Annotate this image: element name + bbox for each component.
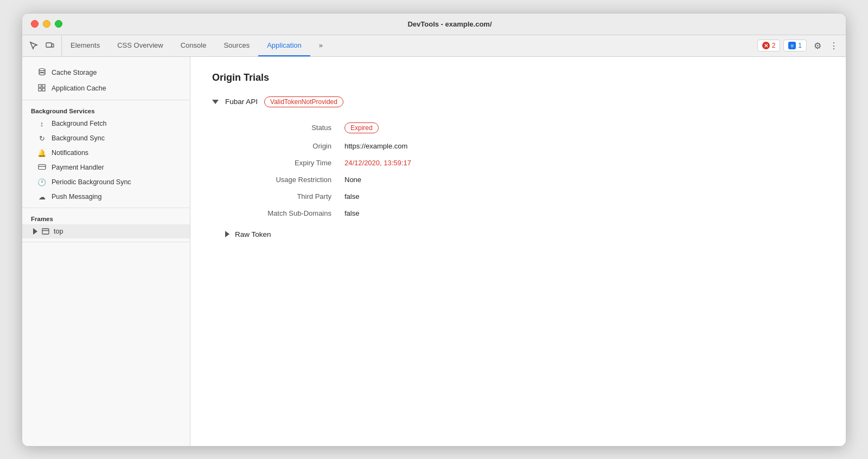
content-panel: Origin Trials Fubar API ValidTokenNotPro…: [190, 57, 846, 446]
background-services-title: Background Services: [22, 104, 190, 117]
raw-token-expand-icon[interactable]: [225, 231, 229, 237]
expiry-row: Expiry Time 24/12/2020, 13:59:17: [225, 154, 824, 171]
raw-token-label: Raw Token: [235, 230, 271, 238]
svg-rect-10: [42, 229, 49, 234]
toolbar-icons: [22, 35, 62, 56]
tab-list: Elements CSS Overview Console Sources Ap…: [62, 35, 751, 56]
origin-value: https://example.com: [344, 142, 407, 150]
third-party-value: false: [344, 192, 359, 201]
status-row: Status Expired: [225, 118, 824, 138]
info-icon: ≡: [788, 42, 796, 49]
main-area: Cache Storage Application Cache: [22, 57, 846, 446]
tab-elements[interactable]: Elements: [62, 35, 108, 56]
inspect-icon[interactable]: [27, 38, 41, 53]
bell-icon: 🔔: [37, 149, 46, 157]
expiry-label: Expiry Time: [225, 159, 344, 167]
background-fetch-label: Background Fetch: [52, 120, 106, 127]
grid-icon: [37, 84, 46, 93]
third-party-row: Third Party false: [225, 188, 824, 205]
expiry-value: 24/12/2020, 13:59:17: [344, 159, 411, 167]
usage-row: Usage Restriction None: [225, 171, 824, 188]
sidebar-item-periodic-background-sync[interactable]: 🕐 Periodic Background Sync: [22, 175, 190, 190]
svg-rect-6: [39, 88, 41, 91]
close-button[interactable]: [31, 20, 39, 28]
sidebar-item-payment-handler[interactable]: Payment Handler: [22, 160, 190, 175]
svg-point-3: [39, 73, 45, 75]
api-row: Fubar API ValidTokenNotProvided: [212, 96, 824, 107]
card-icon: [37, 164, 46, 172]
clock-icon: 🕐: [37, 178, 46, 186]
usage-label: Usage Restriction: [225, 176, 344, 184]
svg-rect-4: [39, 85, 41, 87]
tab-sources[interactable]: Sources: [215, 35, 258, 56]
error-badge-button[interactable]: ✕ 2: [757, 40, 781, 51]
svg-rect-7: [42, 88, 45, 91]
device-toggle-icon[interactable]: [43, 38, 57, 53]
sidebar-item-push-messaging[interactable]: ☁ Push Messaging: [22, 190, 190, 204]
frames-title: Frames: [22, 211, 190, 224]
page-title: Origin Trials: [212, 72, 824, 83]
sidebar-item-background-sync[interactable]: ↻ Background Sync: [22, 131, 190, 146]
devtools-window: DevTools - example.com/ Elements CSS Ove…: [22, 13, 846, 447]
window-title: DevTools - example.com/: [62, 20, 837, 28]
more-tabs-button[interactable]: »: [310, 35, 331, 56]
details-table: Status Expired Origin https://example.co…: [225, 118, 824, 222]
cloud-icon: ☁: [37, 193, 46, 201]
status-value: Expired: [344, 122, 379, 133]
match-subdomains-row: Match Sub-Domains false: [225, 205, 824, 222]
svg-rect-5: [42, 85, 45, 87]
sidebar-item-notifications[interactable]: 🔔 Notifications: [22, 146, 190, 160]
traffic-lights: [31, 20, 62, 28]
api-name: Fubar API: [225, 98, 258, 106]
svg-point-2: [39, 68, 45, 70]
match-subdomains-label: Match Sub-Domains: [225, 209, 344, 217]
svg-rect-8: [39, 164, 46, 169]
collapse-icon[interactable]: [212, 100, 219, 104]
svg-rect-1: [52, 44, 54, 47]
minimize-button[interactable]: [43, 20, 50, 28]
payment-handler-label: Payment Handler: [52, 164, 104, 171]
push-messaging-label: Push Messaging: [52, 193, 101, 201]
settings-button[interactable]: ⚙: [810, 38, 825, 53]
background-sync-label: Background Sync: [52, 134, 105, 142]
info-count: 1: [798, 42, 802, 49]
background-services-section: Background Services ↕ Background Fetch ↻…: [22, 100, 190, 208]
status-label: Status: [225, 124, 344, 132]
usage-value: None: [344, 176, 361, 184]
frame-icon: [42, 228, 49, 235]
maximize-button[interactable]: [55, 20, 62, 28]
notifications-label: Notifications: [52, 149, 88, 157]
arrows-icon: ↕: [37, 120, 46, 128]
frames-section: Frames top: [22, 208, 190, 242]
sidebar-item-top[interactable]: top: [22, 224, 190, 238]
database-icon: [37, 68, 46, 77]
sync-icon: ↻: [37, 134, 46, 143]
toolbar-right: ✕ 2 ≡ 1 ⚙ ⋮: [751, 35, 846, 56]
info-badge-button[interactable]: ≡ 1: [783, 40, 807, 51]
third-party-label: Third Party: [225, 192, 344, 201]
sidebar-item-application-cache[interactable]: Application Cache: [22, 81, 190, 96]
sidebar-item-cache-storage[interactable]: Cache Storage: [22, 64, 190, 81]
sidebar-item-background-fetch[interactable]: ↕ Background Fetch: [22, 117, 190, 131]
titlebar: DevTools - example.com/: [22, 14, 846, 35]
origin-row: Origin https://example.com: [225, 138, 824, 154]
expand-icon[interactable]: [33, 228, 37, 235]
match-subdomains-value: false: [344, 209, 359, 217]
error-icon: ✕: [762, 42, 770, 49]
periodic-background-sync-label: Periodic Background Sync: [52, 178, 131, 186]
tab-application[interactable]: Application: [258, 35, 310, 56]
cache-storage-label: Cache Storage: [52, 69, 97, 76]
error-count: 2: [772, 42, 776, 49]
application-cache-label: Application Cache: [52, 85, 106, 92]
sidebar: Cache Storage Application Cache: [22, 57, 190, 446]
tab-console[interactable]: Console: [172, 35, 215, 56]
origin-label: Origin: [225, 142, 344, 150]
storage-section: Cache Storage Application Cache: [22, 61, 190, 100]
toolbar: Elements CSS Overview Console Sources Ap…: [22, 35, 846, 57]
api-status-badge: ValidTokenNotProvided: [264, 96, 343, 107]
top-frame-label: top: [54, 228, 63, 235]
more-options-button[interactable]: ⋮: [828, 38, 839, 53]
raw-token-row[interactable]: Raw Token: [225, 230, 824, 238]
tab-css-overview[interactable]: CSS Overview: [108, 35, 172, 56]
svg-rect-0: [46, 43, 52, 47]
